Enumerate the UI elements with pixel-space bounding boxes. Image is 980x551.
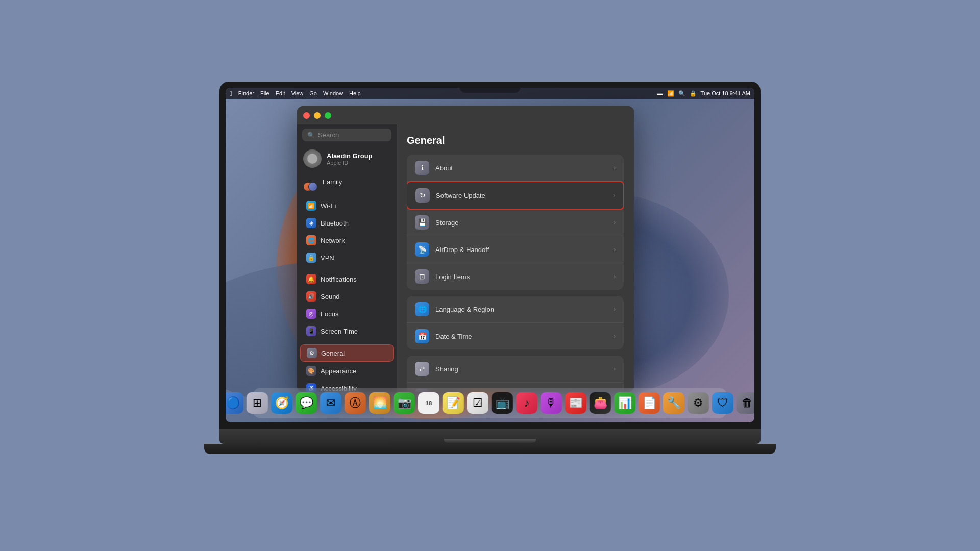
close-button[interactable] — [303, 112, 310, 119]
laptop-bottom — [204, 444, 776, 454]
sidebar-item-focus[interactable]: ◎ Focus — [300, 306, 394, 322]
settings-item-about[interactable]: ℹ About › — [407, 155, 624, 182]
sidebar-item-appearance[interactable]: 🎨 Appearance — [300, 363, 394, 379]
language-label: Language & Region — [435, 306, 607, 313]
menu-bar-right: ▬ 📶 🔍 🔒 Tue Oct 18 9:41 AM — [657, 90, 750, 97]
user-info: Alaedin Group Apple ID — [327, 152, 373, 166]
section-title: General — [407, 135, 624, 146]
sidebar-item-wifi[interactable]: 📶 Wi-Fi — [300, 197, 394, 214]
dock-trash[interactable]: 🗑 — [737, 392, 754, 414]
language-chevron: › — [614, 306, 616, 313]
menu-edit[interactable]: Edit — [276, 90, 285, 96]
dock-instruments[interactable]: 🔧 — [663, 392, 684, 414]
settings-item-sharing[interactable]: ⇄ Sharing › — [407, 356, 624, 383]
focus-icon: ◎ — [306, 309, 316, 319]
avatar-image — [307, 154, 317, 164]
dock-podcasts[interactable]: 🎙 — [541, 392, 562, 414]
sidebar-item-notifications[interactable]: 🔔 Notifications — [300, 271, 394, 287]
about-icon: ℹ — [415, 161, 429, 175]
datetime-chevron: › — [614, 333, 616, 340]
notifications-label: Notifications — [321, 276, 357, 283]
datetime-display: Tue Oct 18 9:41 AM — [701, 90, 750, 96]
appearance-icon: 🎨 — [306, 366, 316, 376]
settings-item-airdrop[interactable]: 📡 AirDrop & Handoff › — [407, 236, 624, 263]
airdrop-icon: 📡 — [415, 242, 429, 257]
menu-help[interactable]: Help — [349, 90, 361, 96]
dock-numbers[interactable]: 📊 — [614, 392, 635, 414]
sidebar-item-bluetooth[interactable]: ◈ Bluetooth — [300, 215, 394, 231]
dock-pages[interactable]: 📄 — [639, 392, 660, 414]
login-chevron: › — [614, 273, 616, 280]
sidebar-item-screentime[interactable]: 📱 Screen Time — [300, 323, 394, 339]
dock-appstore[interactable]: Ⓐ — [345, 392, 366, 414]
dock-mail[interactable]: ✉ — [320, 392, 341, 414]
menu-view[interactable]: View — [291, 90, 304, 96]
wifi-icon: 📶 — [306, 201, 316, 211]
settings-item-datetime[interactable]: 📅 Date & Time › — [407, 323, 624, 349]
storage-icon: 💾 — [415, 215, 429, 230]
avatar — [303, 149, 322, 168]
general-label: General — [321, 349, 345, 357]
dock-finder[interactable]: 🔵 — [226, 392, 243, 414]
dock-music[interactable]: ♪ — [516, 392, 537, 414]
settings-item-storage[interactable]: 💾 Storage › — [407, 209, 624, 236]
dock-facetime[interactable]: 📷 — [394, 392, 415, 414]
settings-group-3: ⇄ Sharing › ⟳ Time Machine › ⟲ — [407, 356, 624, 392]
settings-item-login[interactable]: ⊡ Login Items › — [407, 263, 624, 290]
search-icon: 🔍 — [307, 132, 315, 139]
sound-label: Sound — [321, 293, 340, 300]
main-content: General ℹ About › ↻ Software Update — [397, 124, 634, 392]
language-icon: 🌐 — [415, 302, 429, 316]
screentime-icon: 📱 — [306, 326, 316, 336]
sidebar-item-network[interactable]: 🌐 Network — [300, 232, 394, 248]
dock-reminders[interactable]: ☑ — [467, 392, 488, 414]
appearance-label: Appearance — [321, 367, 356, 375]
user-subtitle: Apple ID — [327, 160, 373, 166]
dock-safari[interactable]: 🧭 — [271, 392, 292, 414]
dock-messages[interactable]: 💬 — [296, 392, 317, 414]
network-icon: 🌐 — [306, 235, 316, 245]
menu-bar-left:  Finder File Edit View Go Window Help — [230, 90, 361, 97]
sidebar-item-sound[interactable]: 🔊 Sound — [300, 288, 394, 305]
dock-adguard[interactable]: 🛡 — [712, 392, 733, 414]
search-placeholder: Search — [318, 131, 339, 139]
sidebar-item-family[interactable]: Family — [297, 175, 397, 189]
dock-appletv[interactable]: 📺 — [492, 392, 513, 414]
search-bar[interactable]: 🔍 Search — [302, 129, 391, 141]
dock-calendar[interactable]: 18 — [418, 392, 439, 414]
airdrop-chevron: › — [614, 246, 616, 253]
menu-go[interactable]: Go — [309, 90, 317, 96]
wifi-status-icon[interactable]: 📶 — [667, 90, 674, 97]
menu-file[interactable]: File — [260, 90, 270, 96]
dock-notes[interactable]: 📝 — [443, 392, 464, 414]
settings-group-2: 🌐 Language & Region › 📅 Date & Time › — [407, 296, 624, 349]
update-label: Software Update — [436, 192, 607, 199]
lock-icon[interactable]: 🔒 — [690, 90, 697, 97]
minimize-button[interactable] — [314, 112, 321, 119]
storage-label: Storage — [435, 219, 607, 227]
login-icon: ⊡ — [415, 269, 429, 284]
dock-news[interactable]: 📰 — [565, 392, 586, 414]
search-menu-icon[interactable]: 🔍 — [678, 90, 685, 97]
maximize-button[interactable] — [325, 112, 331, 119]
settings-item-software-update[interactable]: ↻ Software Update › — [407, 181, 624, 210]
datetime-label: Date & Time — [435, 333, 607, 340]
apple-menu[interactable]:  — [230, 90, 232, 97]
sidebar-item-vpn[interactable]: 🔒 VPN — [300, 249, 394, 266]
about-chevron: › — [614, 164, 616, 171]
dock-launchpad[interactable]: ⊞ — [247, 392, 268, 414]
menu-finder[interactable]: Finder — [238, 90, 254, 96]
menu-window[interactable]: Window — [323, 90, 343, 96]
user-profile[interactable]: Alaedin Group Apple ID — [297, 145, 397, 172]
dock-photos[interactable]: 🌅 — [369, 392, 390, 414]
storage-chevron: › — [614, 219, 616, 226]
laptop-base — [219, 429, 761, 444]
dock-wallet[interactable]: 👛 — [590, 392, 611, 414]
notifications-icon: 🔔 — [306, 274, 316, 284]
dock-syspreferences[interactable]: ⚙ — [688, 392, 709, 414]
settings-item-language[interactable]: 🌐 Language & Region › — [407, 296, 624, 323]
settings-group-1: ℹ About › ↻ Software Update › 💾 — [407, 155, 624, 290]
sharing-icon: ⇄ — [415, 362, 429, 376]
update-icon: ↻ — [415, 188, 430, 203]
sidebar-item-general[interactable]: ⚙ General — [300, 344, 394, 362]
